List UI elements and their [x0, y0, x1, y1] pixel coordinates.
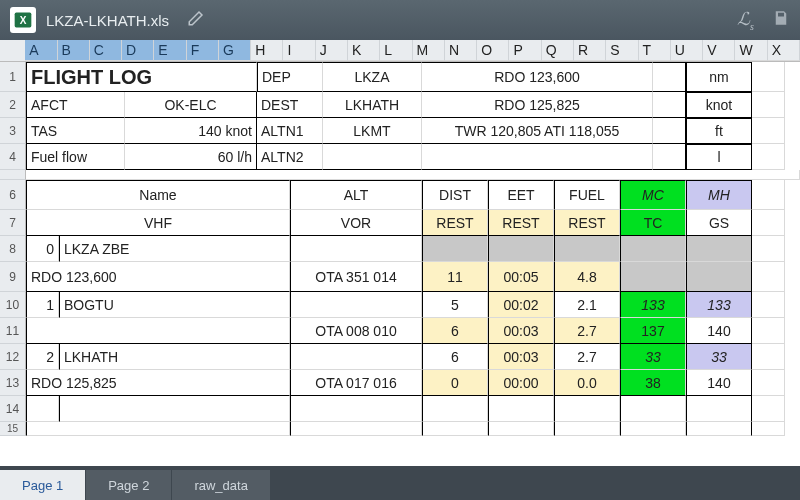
ff-val[interactable]: 60 l/h	[125, 144, 257, 170]
col-L[interactable]: L	[380, 40, 412, 61]
r9-dist[interactable]: 11	[422, 262, 488, 292]
col-D[interactable]: D	[122, 40, 154, 61]
col-N[interactable]: N	[445, 40, 477, 61]
col-W[interactable]: W	[735, 40, 767, 61]
unit-nm[interactable]	[653, 62, 686, 92]
flight-log-title[interactable]: FLIGHT LOG	[26, 62, 257, 92]
r10-name[interactable]: BOGTU	[59, 292, 290, 318]
afct-label[interactable]: AFCT	[26, 92, 125, 118]
r13-dist[interactable]: 0	[422, 370, 488, 396]
r13-gs[interactable]: 140	[686, 370, 752, 396]
tab-rawdata[interactable]: raw_data	[172, 470, 269, 500]
r8-name[interactable]: LKZA ZBE	[59, 236, 290, 262]
unit-l[interactable]: l	[686, 144, 752, 170]
row-9[interactable]: 9	[0, 262, 26, 292]
r12-mc[interactable]: 33	[620, 344, 686, 370]
r10-eet[interactable]: 00:02	[488, 292, 554, 318]
r8-idx[interactable]: 0	[26, 236, 59, 262]
tab-page1[interactable]: Page 1	[0, 470, 85, 500]
r12-mh[interactable]: 33	[686, 344, 752, 370]
th-gs[interactable]: GS	[686, 210, 752, 236]
ff-label[interactable]: Fuel flow	[26, 144, 125, 170]
row-13[interactable]: 13	[0, 370, 26, 396]
row-5[interactable]	[0, 170, 26, 180]
th-dist[interactable]: DIST	[422, 180, 488, 210]
col-P[interactable]: P	[509, 40, 541, 61]
col-K[interactable]: K	[348, 40, 380, 61]
th-eet[interactable]: EET	[488, 180, 554, 210]
r11-vor[interactable]: OTA 008 010	[290, 318, 422, 344]
col-S[interactable]: S	[606, 40, 638, 61]
r13-tc[interactable]: 38	[620, 370, 686, 396]
r10-mh[interactable]: 133	[686, 292, 752, 318]
r9-vor[interactable]: OTA 351 014	[290, 262, 422, 292]
row-8[interactable]: 8	[0, 236, 26, 262]
col-Q[interactable]: Q	[542, 40, 574, 61]
tas-label[interactable]: TAS	[26, 118, 125, 144]
th-rest3[interactable]: REST	[554, 210, 620, 236]
r9-eet[interactable]: 00:05	[488, 262, 554, 292]
tas-val[interactable]: 140 knot	[125, 118, 257, 144]
dest-label[interactable]: DEST	[257, 92, 323, 118]
r11-gs[interactable]: 140	[686, 318, 752, 344]
rdo1[interactable]: RDO 123,600	[422, 62, 653, 92]
th-rest1[interactable]: REST	[422, 210, 488, 236]
row-14[interactable]: 14	[0, 396, 26, 422]
brush-icon[interactable]: ℒs	[737, 8, 754, 32]
th-vor[interactable]: VOR	[290, 210, 422, 236]
r11-dist[interactable]: 6	[422, 318, 488, 344]
r10-dist[interactable]: 5	[422, 292, 488, 318]
r12-fuel[interactable]: 2.7	[554, 344, 620, 370]
unit-nm-val[interactable]: nm	[686, 62, 752, 92]
r10-fuel[interactable]: 2.1	[554, 292, 620, 318]
altn2-label[interactable]: ALTN2	[257, 144, 323, 170]
dep-label[interactable]: DEP	[257, 62, 323, 92]
r13-eet[interactable]: 00:00	[488, 370, 554, 396]
th-vhf[interactable]: VHF	[26, 210, 290, 236]
row-12[interactable]: 12	[0, 344, 26, 370]
col-X[interactable]: X	[768, 40, 800, 61]
r12-dist[interactable]: 6	[422, 344, 488, 370]
r13-fuel[interactable]: 0.0	[554, 370, 620, 396]
r13-vor[interactable]: OTA 017 016	[290, 370, 422, 396]
row-1[interactable]: 1	[0, 62, 26, 92]
col-A[interactable]: A	[25, 40, 57, 61]
th-fuel[interactable]: FUEL	[554, 180, 620, 210]
column-headers[interactable]: A B C D E F G H I J K L M N O P Q R S T …	[0, 40, 800, 62]
r10-mc[interactable]: 133	[620, 292, 686, 318]
r12-idx[interactable]: 2	[26, 344, 59, 370]
row-6[interactable]: 6	[0, 180, 26, 210]
col-F[interactable]: F	[187, 40, 219, 61]
r11-fuel[interactable]: 2.7	[554, 318, 620, 344]
col-G[interactable]: G	[219, 40, 251, 61]
th-tc[interactable]: TC	[620, 210, 686, 236]
col-E[interactable]: E	[154, 40, 186, 61]
dest-val[interactable]: LKHATH	[323, 92, 422, 118]
altn1-val[interactable]: LKMT	[323, 118, 422, 144]
r11-eet[interactable]: 00:03	[488, 318, 554, 344]
col-R[interactable]: R	[574, 40, 606, 61]
dep-val[interactable]: LKZA	[323, 62, 422, 92]
col-U[interactable]: U	[671, 40, 703, 61]
row-4[interactable]: 4	[0, 144, 26, 170]
tab-page2[interactable]: Page 2	[86, 470, 171, 500]
row-7[interactable]: 7	[0, 210, 26, 236]
afct-val[interactable]: OK-ELC	[125, 92, 257, 118]
col-V[interactable]: V	[703, 40, 735, 61]
edit-icon[interactable]	[187, 9, 205, 31]
col-I[interactable]: I	[283, 40, 315, 61]
r11-tc[interactable]: 137	[620, 318, 686, 344]
rdo2[interactable]: RDO 125,825	[422, 92, 653, 118]
r9-rdo[interactable]: RDO 123,600	[26, 262, 290, 292]
col-B[interactable]: B	[58, 40, 90, 61]
th-rest2[interactable]: REST	[488, 210, 554, 236]
th-mc[interactable]: MC	[620, 180, 686, 210]
row-10[interactable]: 10	[0, 292, 26, 318]
row-3[interactable]: 3	[0, 118, 26, 144]
spreadsheet-grid[interactable]: 1 FLIGHT LOG DEP LKZA RDO 123,600 nm 2 A…	[0, 62, 800, 466]
col-M[interactable]: M	[413, 40, 445, 61]
col-T[interactable]: T	[639, 40, 671, 61]
col-O[interactable]: O	[477, 40, 509, 61]
row-2[interactable]: 2	[0, 92, 26, 118]
th-mh[interactable]: MH	[686, 180, 752, 210]
